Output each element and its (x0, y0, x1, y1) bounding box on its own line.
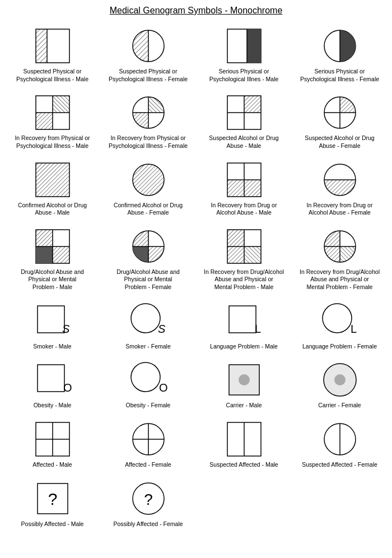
svg-point-104 (334, 374, 346, 385)
page-title: Medical Genogram Symbols - Monochrome (6, 6, 386, 16)
label-possibly-affected-male: Possibly Affected - Male (21, 520, 84, 528)
symbol-recovery-drug-physical-female: In Recovery from Drug/AlcoholAbuse and P… (293, 225, 386, 294)
symbol-recovery-drug-female: In Recovery from Drug orAlcohol Abuse - … (293, 158, 386, 219)
label-recovery-drug-physical-female: In Recovery from Drug/AlcoholAbuse and P… (300, 268, 380, 291)
symbol-affected-female: Affected - Female (101, 417, 195, 471)
empty-cell-1 (197, 477, 291, 531)
svg-rect-60 (53, 247, 69, 263)
svg-text:?: ? (144, 491, 153, 508)
svg-rect-85 (340, 247, 356, 262)
symbol-confirmed-alcohol-female: Confirmed Alcohol or DrugAbuse - Female (101, 158, 195, 219)
svg-point-91 (131, 304, 160, 333)
svg-rect-20 (53, 96, 69, 113)
svg-rect-84 (324, 231, 340, 247)
label-recovery-drug-female: In Recovery from Drug orAlcohol Abuse - … (307, 202, 373, 217)
svg-rect-55 (324, 180, 356, 196)
svg-rect-93 (229, 306, 256, 333)
symbol-suspected-alcohol-female: Suspected Alcohol or DrugAbuse - Female (293, 91, 386, 152)
svg-rect-77 (227, 247, 244, 263)
label-affected-male: Affected - Male (32, 461, 72, 469)
svg-rect-86 (324, 247, 340, 262)
label-carrier-female: Carrier - Female (318, 402, 361, 410)
empty-cell-2 (293, 477, 386, 531)
svg-rect-59 (36, 230, 53, 247)
svg-rect-69 (133, 247, 148, 262)
label-recovery-physical-female: In Recovery from Physical orPsychologica… (109, 134, 188, 150)
svg-rect-67 (133, 231, 148, 247)
svg-rect-27 (133, 113, 148, 128)
symbol-recovery-drug-physical-male: In Recovery from Drug/AlcoholAbuse and P… (197, 225, 291, 294)
label-confirmed-alcohol-male: Confirmed Alcohol or DrugAbuse - Male (18, 202, 87, 217)
symbol-obesity-female: O Obesity - Female (101, 358, 195, 412)
label-recovery-drug-physical-male: In Recovery from Drug/AlcoholAbuse and P… (204, 268, 284, 291)
svg-rect-97 (38, 365, 64, 392)
svg-rect-43 (36, 163, 69, 197)
svg-rect-33 (244, 96, 261, 113)
svg-rect-7 (133, 30, 148, 62)
label-smoker-male: Smoker - Male (33, 343, 71, 351)
svg-rect-68 (148, 247, 164, 262)
svg-point-99 (131, 362, 160, 392)
svg-rect-19 (36, 113, 53, 129)
label-suspected-physical-male: Suspected Physical orPsychological Illne… (16, 68, 88, 83)
svg-text:S: S (62, 323, 70, 335)
symbols-grid: Suspected Physical orPsychological Illne… (6, 24, 386, 530)
label-recovery-physical-male: In Recovery from Physical orPsychologica… (15, 134, 90, 150)
label-suspected-affected-female: Suspected Affected - Female (302, 461, 377, 469)
label-serious-physical-female: Serious Physical orPsychological Illness… (300, 68, 379, 83)
svg-rect-75 (227, 230, 244, 247)
symbol-suspected-physical-female: Suspected Physical orPsychological Illne… (101, 24, 195, 85)
label-obesity-male: Obesity - Male (34, 402, 72, 410)
svg-text:L: L (255, 323, 261, 335)
label-confirmed-alcohol-female: Confirmed Alcohol or DrugAbuse - Female (114, 202, 183, 217)
svg-rect-28 (148, 97, 164, 113)
label-carrier-male: Carrier - Male (226, 402, 262, 410)
svg-text:O: O (159, 382, 168, 394)
symbol-serious-physical-female: Serious Physical orPsychological Illness… (293, 24, 386, 85)
svg-text:S: S (158, 323, 166, 335)
symbol-carrier-male: Carrier - Male (197, 358, 291, 412)
symbol-recovery-drug-male: In Recovery from Drug orAlcohol Abuse - … (197, 158, 291, 219)
svg-text:L: L (351, 323, 357, 335)
symbol-smoker-female: S Smoker - Female (101, 299, 195, 353)
svg-point-45 (133, 164, 164, 196)
label-obesity-female: Obesity - Female (126, 402, 171, 410)
symbol-affected-male: Affected - Male (6, 417, 99, 471)
symbol-suspected-affected-female: Suspected Affected - Female (293, 417, 386, 471)
symbol-carrier-female: Carrier - Female (293, 358, 386, 412)
svg-text:O: O (63, 382, 72, 394)
symbol-suspected-alcohol-male: Suspected Alcohol or DrugAbuse - Male (197, 91, 291, 152)
svg-rect-14 (340, 30, 356, 62)
label-drug-physical-female: Drug/Alcohol Abuse andPhysical or Mental… (116, 268, 180, 291)
symbol-drug-physical-female: Drug/Alcohol Abuse andPhysical or Mental… (101, 225, 195, 294)
svg-rect-2 (36, 29, 47, 63)
label-language-male: Language Problem - Male (210, 343, 278, 351)
svg-text:?: ? (48, 490, 57, 508)
symbol-possibly-affected-male: ? Possibly Affected - Male (6, 477, 99, 531)
label-drug-physical-male: Drug/Alcohol Abuse andPhysical or Mental… (21, 268, 84, 291)
svg-rect-89 (38, 306, 64, 333)
svg-rect-61 (36, 247, 53, 263)
symbol-obesity-male: O Obesity - Male (6, 358, 99, 412)
label-suspected-alcohol-male: Suspected Alcohol or DrugAbuse - Male (209, 134, 278, 150)
svg-rect-39 (340, 97, 356, 113)
label-affected-female: Affected - Female (125, 461, 171, 469)
label-language-female: Language Problem - Female (302, 343, 377, 351)
label-serious-physical-male: Serious Physical orPsychological Illnes … (209, 68, 279, 83)
label-possibly-affected-female: Possibly Affected - Female (113, 520, 183, 528)
symbol-serious-physical-male: Serious Physical orPsychological Illnes … (197, 24, 291, 85)
symbol-language-female: L Language Problem - Female (293, 299, 386, 353)
svg-rect-48 (227, 180, 244, 197)
symbol-drug-physical-male: Drug/Alcohol Abuse andPhysical or Mental… (6, 225, 99, 294)
symbol-smoker-male: S Smoker - Male (6, 299, 99, 353)
label-recovery-drug-male: In Recovery from Drug orAlcohol Abuse - … (211, 202, 277, 217)
symbol-language-male: L Language Problem - Male (197, 299, 291, 353)
symbol-confirmed-alcohol-male: Confirmed Alcohol or DrugAbuse - Male (6, 158, 99, 219)
svg-point-95 (323, 304, 352, 333)
symbol-recovery-physical-female: In Recovery from Physical orPsychologica… (101, 91, 195, 152)
symbol-suspected-physical-male: Suspected Physical orPsychological Illne… (6, 24, 99, 85)
svg-rect-10 (247, 29, 261, 63)
symbol-possibly-affected-female: ? Possibly Affected - Female (101, 477, 195, 531)
label-smoker-female: Smoker - Female (125, 343, 171, 351)
label-suspected-affected-male: Suspected Affected - Male (209, 461, 278, 469)
